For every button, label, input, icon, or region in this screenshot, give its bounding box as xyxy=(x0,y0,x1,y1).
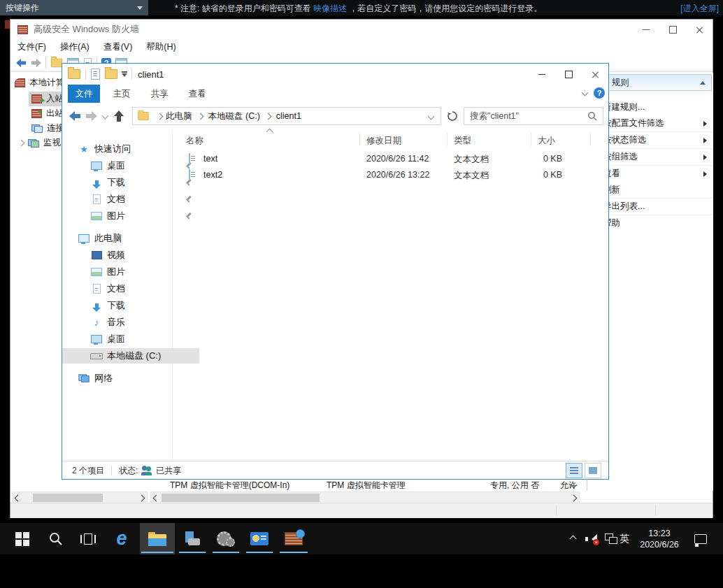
tab-label: 查看 xyxy=(189,88,206,100)
nav-label: 图片 xyxy=(107,266,125,278)
nav-network[interactable]: 网络 xyxy=(62,371,187,386)
menu-view[interactable]: 查看(V) xyxy=(96,41,140,53)
column-date[interactable]: 修改日期 xyxy=(366,135,401,147)
expand-ribbon-icon[interactable] xyxy=(582,89,589,96)
search-icon[interactable] xyxy=(587,111,597,121)
toolbar-folder-icon[interactable] xyxy=(51,59,62,68)
firewall-titlebar[interactable]: 高级安全 Windows 防火墙 xyxy=(10,20,713,39)
chevron-down-icon xyxy=(137,6,143,10)
back-icon[interactable] xyxy=(69,111,80,121)
qat-customize-icon[interactable] xyxy=(122,71,127,77)
settings-button[interactable] xyxy=(210,523,242,554)
column-type[interactable]: 类型 xyxy=(454,135,471,147)
breadcrumb[interactable]: 此电脑 本地磁盘 (C:) client1 xyxy=(132,107,441,125)
file-explorer-button[interactable] xyxy=(140,523,175,554)
search-button[interactable] xyxy=(42,523,70,554)
file-row[interactable]: text2 2020/6/26 13:22 文本文档 0 KB xyxy=(172,168,608,183)
tab-share[interactable]: 共享 xyxy=(145,85,174,103)
up-icon[interactable] xyxy=(114,110,124,122)
expander-icon[interactable] xyxy=(18,140,25,147)
recent-locations-icon[interactable] xyxy=(102,113,109,120)
forward-icon[interactable] xyxy=(31,59,41,67)
tab-view[interactable]: 查看 xyxy=(182,85,212,103)
scroll-thumb[interactable] xyxy=(162,494,320,502)
refresh-icon[interactable] xyxy=(447,110,458,122)
tree-item-monitoring[interactable]: 监视 xyxy=(19,137,61,149)
close-button[interactable] xyxy=(686,21,713,38)
back-icon[interactable] xyxy=(16,59,27,67)
qat-properties-icon[interactable] xyxy=(91,69,100,80)
explorer-titlebar[interactable]: client1 xyxy=(62,64,608,85)
thumbnail-view-button[interactable] xyxy=(585,463,601,478)
pictures-icon xyxy=(90,268,103,276)
keyboard-actions-label: 按键操作 xyxy=(6,2,39,14)
tray-hidden-icons-button[interactable] xyxy=(564,523,582,554)
tray-volume-button[interactable]: × xyxy=(582,523,601,554)
scroll-left-icon[interactable] xyxy=(151,493,162,503)
start-button[interactable] xyxy=(7,523,38,554)
control-panel-icon xyxy=(250,532,269,545)
minimize-button[interactable] xyxy=(633,21,659,38)
nav-quick-access[interactable]: 快速访问 xyxy=(62,141,187,157)
tab-home[interactable]: 主页 xyxy=(107,85,136,103)
file-date: 2020/6/26 11:42 xyxy=(366,154,429,164)
details-view-button[interactable] xyxy=(566,463,582,478)
scroll-thumb[interactable] xyxy=(33,494,103,502)
forward-icon[interactable] xyxy=(86,111,97,121)
internet-explorer-icon: e xyxy=(116,529,127,548)
file-name[interactable]: text2 xyxy=(203,170,222,180)
column-headers: 名称 修改日期 类型 大小 xyxy=(172,129,608,149)
rule-profile: 专用, 公用 xyxy=(490,480,529,492)
menu-file[interactable]: 文件(F) xyxy=(10,41,53,53)
internet-explorer-button[interactable]: e xyxy=(106,523,137,554)
column-size[interactable]: 大小 xyxy=(538,135,555,147)
server-manager-button[interactable] xyxy=(176,523,208,554)
status-label: 状态: xyxy=(119,465,138,477)
tray-ime-button[interactable]: 英 xyxy=(615,523,633,554)
address-dropdown-icon[interactable] xyxy=(428,113,435,120)
tray-clock[interactable]: 13:23 2020/6/26 xyxy=(633,523,685,554)
help-icon[interactable]: ? xyxy=(594,87,605,99)
task-view-button[interactable] xyxy=(74,523,102,554)
breadcrumb-chevron-icon[interactable] xyxy=(264,113,271,120)
nav-this-pc[interactable]: 此电脑 xyxy=(62,231,187,246)
explorer-nav-pane: 快速访问 桌面 下载 文档 图片 此电脑 xyxy=(62,129,173,461)
nav-label: 下载 xyxy=(107,176,125,189)
file-size: 0 KB xyxy=(524,170,562,180)
list-scroll-down-button[interactable] xyxy=(568,480,579,489)
firewall-console-button[interactable] xyxy=(277,523,310,554)
breadcrumb-this-pc[interactable]: 此电脑 xyxy=(166,110,192,122)
documents-icon xyxy=(90,194,103,205)
qat-new-folder-icon[interactable] xyxy=(105,69,117,79)
enter-fullscreen-link[interactable]: [进入全屏] xyxy=(680,3,719,15)
tab-file[interactable]: 文件 xyxy=(68,85,100,103)
breadcrumb-drive[interactable]: 本地磁盘 (C:) xyxy=(208,110,260,122)
image-description-link[interactable]: 映像描述 xyxy=(313,3,347,13)
minimize-button[interactable] xyxy=(529,64,555,84)
tree-item-local-computer[interactable]: 本地计算 xyxy=(15,77,64,89)
search-box[interactable]: 搜索"client1" xyxy=(464,107,603,125)
maximize-button[interactable] xyxy=(555,64,582,84)
file-name[interactable]: text xyxy=(203,154,217,164)
menu-action[interactable]: 操作(A) xyxy=(53,41,96,53)
scroll-right-icon[interactable] xyxy=(136,493,147,503)
downloads-icon xyxy=(90,303,103,308)
breadcrumb-chevron-icon[interactable] xyxy=(157,113,164,120)
column-name[interactable]: 名称 xyxy=(186,135,203,147)
action-center-button[interactable] xyxy=(688,523,713,554)
maximize-button[interactable] xyxy=(659,21,686,38)
scroll-left-icon[interactable] xyxy=(13,493,23,503)
nav-label: 音乐 xyxy=(107,316,125,329)
firewall-menubar: 文件(F) 操作(A) 查看(V) 帮助(H) xyxy=(10,39,713,55)
menu-help[interactable]: 帮助(H) xyxy=(139,41,182,53)
file-row[interactable]: text 2020/6/26 11:42 文本文档 0 KB xyxy=(172,152,608,167)
breadcrumb-chevron-icon[interactable] xyxy=(196,113,203,120)
collapse-icon[interactable] xyxy=(700,81,706,85)
scroll-right-icon[interactable] xyxy=(568,493,579,503)
banner-notice: * 注意: 缺省的登录用户和密码可查看 映像描述 ，若自定义了密码，请使用您设定… xyxy=(175,3,542,15)
close-button[interactable] xyxy=(582,64,608,84)
breadcrumb-folder[interactable]: client1 xyxy=(276,111,301,121)
rule-row[interactable]: TPM 虚拟智能卡管理(DCOM-In) TPM 虚拟智能卡管理 专用, 公用 … xyxy=(148,480,587,491)
control-panel-button[interactable] xyxy=(243,523,275,554)
keyboard-actions-dropdown[interactable]: 按键操作 xyxy=(0,0,148,15)
